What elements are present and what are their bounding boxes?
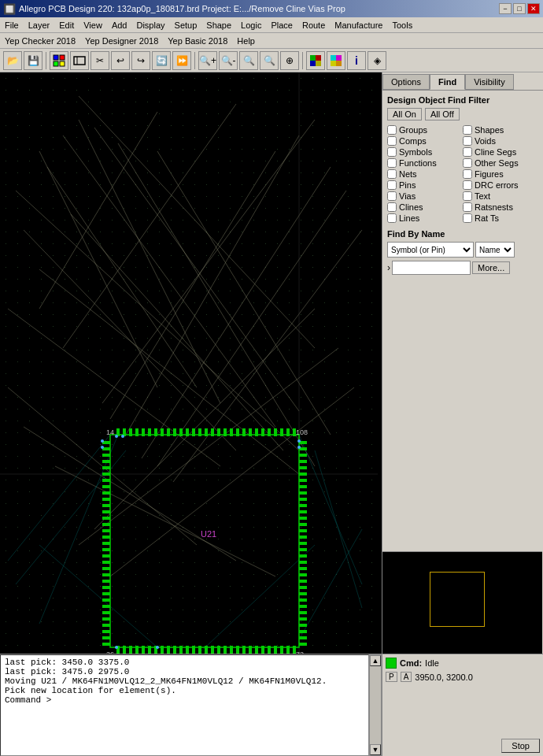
log-line-4: Pick new location for element(s).: [5, 686, 364, 695]
cb-groups[interactable]: [387, 125, 397, 135]
toolbar-btn-8[interactable]: 🔄: [152, 51, 171, 70]
tab-find[interactable]: Find: [430, 74, 465, 90]
cb-vias[interactable]: [387, 191, 397, 201]
menu-view[interactable]: View: [79, 19, 107, 32]
menu-shape[interactable]: Shape: [201, 19, 236, 32]
menu-setup[interactable]: Setup: [170, 19, 202, 32]
cb-functions[interactable]: [387, 158, 397, 168]
cb-symbols[interactable]: [387, 147, 397, 157]
menu-display[interactable]: Display: [131, 19, 169, 32]
svg-rect-139: [102, 611, 110, 614]
stop-button[interactable]: Stop: [501, 739, 540, 753]
svg-text:73: 73: [296, 650, 304, 654]
svg-rect-144: [102, 643, 110, 646]
undo-button[interactable]: ↩: [111, 51, 130, 70]
svg-rect-73: [236, 428, 239, 436]
cmd-row: Cmd: Idle: [386, 658, 540, 669]
toolbar-btn-9[interactable]: ⏩: [172, 51, 191, 70]
cb-comps[interactable]: [387, 136, 397, 146]
svg-rect-1: [60, 55, 65, 60]
cb-figures[interactable]: [463, 169, 472, 179]
menu-yep-designer[interactable]: Yep Designer 2018: [80, 35, 163, 47]
maximize-button[interactable]: □: [513, 3, 526, 14]
menu-help[interactable]: Help: [232, 35, 260, 47]
svg-rect-165: [299, 567, 307, 570]
svg-rect-12: [331, 61, 336, 66]
cb-cline-segs[interactable]: [463, 147, 472, 157]
svg-rect-95: [192, 646, 195, 654]
cmd-label: Cmd:: [400, 658, 422, 668]
svg-rect-131: [102, 561, 110, 564]
toolbar-btn-4[interactable]: [70, 51, 89, 70]
cb-pins[interactable]: [387, 180, 397, 190]
tab-visibility[interactable]: Visibility: [465, 74, 514, 90]
cb-text[interactable]: [463, 191, 472, 201]
svg-rect-136: [102, 592, 110, 595]
menu-route[interactable]: Route: [297, 19, 330, 32]
find-name-select[interactable]: Name Value: [475, 242, 515, 258]
info-button[interactable]: i: [347, 51, 366, 70]
svg-rect-117: [102, 472, 110, 476]
zoom-out-button[interactable]: 🔍-: [219, 51, 238, 70]
redo-button[interactable]: ↪: [131, 51, 150, 70]
menu-file[interactable]: File: [0, 19, 24, 32]
find-by-name-title: Find By Name: [387, 229, 538, 239]
menu-edit[interactable]: Edit: [54, 19, 79, 32]
menu-manufacture[interactable]: Manufacture: [330, 19, 387, 32]
minimize-button[interactable]: −: [499, 3, 512, 14]
find-type-select[interactable]: Symbol (or Pin) Net Refdes: [387, 242, 474, 258]
menu-place[interactable]: Place: [266, 19, 297, 32]
cb-nets[interactable]: [387, 169, 397, 179]
svg-rect-120: [102, 491, 110, 495]
scroll-track[interactable]: [370, 666, 381, 744]
close-button[interactable]: ✕: [527, 3, 540, 14]
color-2-button[interactable]: [327, 51, 345, 70]
status-scrollbar[interactable]: ▲ ▼: [369, 654, 382, 756]
cb-rat-ts[interactable]: [463, 213, 472, 223]
svg-rect-163: [299, 554, 307, 558]
log-line-1: last pick: 3450.0 3375.0: [5, 658, 364, 667]
cb-lines[interactable]: [387, 213, 397, 223]
toolbar-btn-last[interactable]: ◈: [368, 51, 386, 70]
save-button[interactable]: 💾: [24, 51, 42, 70]
scroll-down-arrow[interactable]: ▼: [370, 744, 381, 755]
svg-rect-98: [211, 646, 214, 654]
find-input[interactable]: [392, 261, 471, 275]
menu-bar: File Layer Edit View Add Display Setup S…: [0, 17, 543, 33]
menu-add[interactable]: Add: [107, 19, 132, 32]
all-on-button[interactable]: All On: [387, 108, 422, 120]
toolbar-btn-3[interactable]: [50, 51, 68, 70]
tab-options[interactable]: Options: [382, 74, 430, 90]
color-1-button[interactable]: [306, 51, 325, 70]
cb-clines[interactable]: [387, 202, 397, 212]
menu-yep-checker[interactable]: Yep Checker 2018: [0, 35, 80, 47]
zoom-in-button[interactable]: 🔍+: [198, 51, 217, 70]
open-button[interactable]: 📂: [3, 51, 22, 70]
svg-rect-79: [274, 428, 277, 436]
menu-logic[interactable]: Logic: [236, 19, 266, 32]
scroll-up-arrow[interactable]: ▲: [370, 655, 381, 666]
zoom-fit-button[interactable]: 🔍: [239, 51, 258, 70]
cb-shapes[interactable]: [463, 125, 472, 135]
pcb-canvas[interactable]: 14 108 36 73 37 72 U21: [0, 72, 382, 654]
menu-tools[interactable]: Tools: [387, 19, 417, 32]
main-area: 14 108 36 73 37 72 U21 Options: [0, 72, 543, 654]
filter-row-9: Lines Rat Ts: [387, 213, 538, 223]
cut-button[interactable]: ✂: [90, 51, 109, 70]
menu-yep-basic[interactable]: Yep Basic 2018: [163, 35, 232, 47]
svg-rect-77: [261, 428, 264, 436]
toolbar-btn-15[interactable]: ⊕: [280, 51, 299, 70]
cb-drc-errors[interactable]: [463, 180, 472, 190]
cb-ratsnests[interactable]: [463, 202, 472, 212]
cb-voids[interactable]: [463, 136, 472, 146]
all-off-button[interactable]: All Off: [425, 108, 460, 120]
zoom-area-button[interactable]: 🔍: [260, 51, 279, 70]
svg-point-185: [115, 435, 118, 438]
cb-other-segs[interactable]: [463, 158, 472, 168]
menu-layer[interactable]: Layer: [24, 19, 55, 32]
svg-rect-128: [102, 542, 110, 545]
svg-rect-106: [261, 646, 264, 654]
svg-rect-56: [129, 428, 132, 436]
svg-rect-135: [102, 586, 110, 589]
more-button[interactable]: More...: [472, 261, 510, 274]
